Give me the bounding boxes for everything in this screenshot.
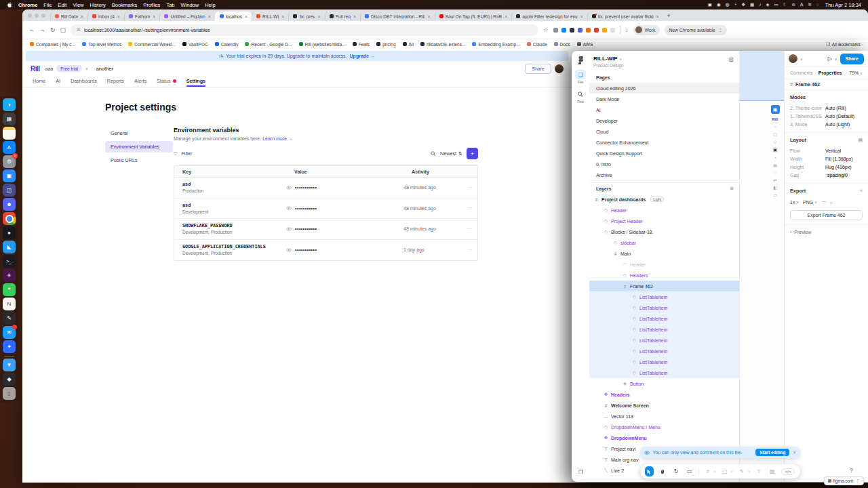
close-icon[interactable]: × xyxy=(793,450,795,455)
browser-tab[interactable]: Inbox (4 × xyxy=(87,12,124,21)
eye-icon[interactable] xyxy=(286,226,292,232)
file-name[interactable]: RILL-WIP ∨ xyxy=(593,56,732,62)
tab-close-icon[interactable]: × xyxy=(153,14,155,19)
env-var-row[interactable]: SNOWFLAKE_PASSWORD Development, Producti… xyxy=(174,219,477,240)
layer-row-Frame 462[interactable]: # Frame 462 xyxy=(589,281,739,291)
hand-tool[interactable] xyxy=(658,466,667,476)
chevron-down-icon[interactable]: ∨ xyxy=(800,57,803,61)
layer-row-ListTableItem[interactable]: ◇ ListTableItem xyxy=(589,346,739,357)
shape-tool[interactable]: ▢ xyxy=(720,466,730,476)
figma-share-button[interactable]: Share xyxy=(840,54,864,64)
eye-icon[interactable] xyxy=(286,185,292,190)
layer-row-Header[interactable]: ◇ Header xyxy=(589,259,739,270)
bookmark-item[interactable]: Embedding Examp... xyxy=(472,42,519,47)
rail-file-tab[interactable]: ❏ File xyxy=(575,70,586,84)
site-badge[interactable]: figma.com ⋮ xyxy=(824,476,864,485)
status-icon[interactable]: A xyxy=(800,2,803,7)
dock-item-slack[interactable]: ✳ xyxy=(3,269,16,282)
menu-item[interactable]: Bookmarks xyxy=(112,2,138,8)
bookmark-item[interactable]: Rill (websites/rillda... xyxy=(299,42,346,47)
row-menu-icon[interactable]: ⋯ xyxy=(467,247,479,253)
env-var-row[interactable]: asd Production ••••••••••• 48 minutes ag… xyxy=(174,178,477,199)
layer-row-ListTableItem[interactable]: ◇ ListTableItem xyxy=(589,302,739,313)
page-item[interactable]: AI xyxy=(589,104,739,115)
status-icon[interactable]: ≋ xyxy=(808,2,811,7)
start-editing-button[interactable]: Start editing xyxy=(755,449,789,456)
forward-icon[interactable]: → xyxy=(39,26,45,33)
all-bookmarks-button[interactable]: ❏ All Bookmarks xyxy=(826,41,861,47)
move-tool[interactable] xyxy=(645,466,654,476)
browser-tab[interactable]: Pull req × xyxy=(325,12,360,21)
layer-row-ListTableItem[interactable]: ◇ ListTableItem xyxy=(589,291,739,302)
page-item[interactable]: Connector Enhancement xyxy=(589,137,739,148)
tab-close-icon[interactable]: × xyxy=(427,14,430,19)
address-bar[interactable]: ⊙ localhost:3000/aaa/another/-/settings/… xyxy=(71,24,538,36)
browser-tab[interactable]: localhos × xyxy=(215,12,252,21)
eye-icon[interactable] xyxy=(286,205,292,211)
env-var-row[interactable]: asd Development ••••••••••• 48 minutes a… xyxy=(174,199,477,220)
chevron-down-icon[interactable]: ∨ xyxy=(620,57,623,61)
dock-item-app-store[interactable]: A xyxy=(3,141,16,154)
add-export-icon[interactable]: + xyxy=(860,188,863,193)
settings-nav-item[interactable]: Environment Variables xyxy=(105,141,173,152)
tab-close-icon[interactable]: × xyxy=(317,14,320,19)
export-more-icon[interactable]: ⋯ xyxy=(821,199,826,205)
status-icon[interactable]: ◌ xyxy=(816,2,819,7)
extension-icon[interactable] xyxy=(594,28,599,33)
tab-close-icon[interactable]: × xyxy=(81,14,83,19)
status-icon[interactable]: ◔ xyxy=(734,2,736,7)
dock-item-messages[interactable]: ❝ xyxy=(3,283,16,296)
layer-row-ListTableItem[interactable]: ◇ ListTableItem xyxy=(589,357,739,367)
status-icon[interactable]: ▭ xyxy=(774,2,778,7)
menu-item[interactable]: Help xyxy=(205,2,215,8)
layer-row-Button[interactable]: ◈ Button xyxy=(589,378,739,389)
tab-close-icon[interactable]: × xyxy=(245,14,248,19)
browser-tab[interactable]: apply Filter redesign for env × xyxy=(511,12,587,21)
tab-close-icon[interactable]: × xyxy=(505,14,507,19)
dock-item-pointer-app[interactable]: ✦ xyxy=(3,340,16,353)
project-nav-tab[interactable]: Dashboards xyxy=(71,78,97,87)
filter-button[interactable]: Filter xyxy=(181,150,192,157)
bookmark-item[interactable]: VaultPOC xyxy=(182,42,208,47)
bookmark-item[interactable]: rilldata/DE-extens... xyxy=(420,42,466,47)
browser-tab[interactable]: RILL-WI × xyxy=(252,12,288,21)
layer-row-ListTableItem[interactable]: ◇ ListTableItem xyxy=(589,313,739,324)
export-scale-select[interactable]: 1x ∨ xyxy=(790,200,799,205)
page-item[interactable]: Archive xyxy=(589,169,739,180)
profile-chip[interactable]: Work xyxy=(633,25,660,35)
bookmark-star-icon[interactable]: ☆ xyxy=(543,26,549,33)
dev-mode-toggle[interactable]: </> xyxy=(781,468,795,475)
menu-item[interactable]: Tab xyxy=(166,2,174,8)
dock-item-notes[interactable] xyxy=(3,127,16,140)
collaborator-avatar[interactable] xyxy=(789,54,797,63)
status-icon[interactable]: ▣ xyxy=(708,2,712,7)
search-icon[interactable] xyxy=(431,151,436,157)
row-menu-icon[interactable]: ⋯ xyxy=(467,205,479,211)
chrome-update-button[interactable]: New Chrome available ⋮ xyxy=(665,25,726,35)
status-icon[interactable]: ▦ xyxy=(750,2,754,7)
browser-tab[interactable]: fix: prevent user avatar flicki × xyxy=(587,12,663,21)
tab-close-icon[interactable]: × xyxy=(656,14,659,19)
tab-close-icon[interactable]: × xyxy=(208,14,211,19)
menu-app-name[interactable]: Chrome xyxy=(18,2,37,8)
eye-icon[interactable] xyxy=(286,247,292,253)
bookmark-item[interactable]: Docs xyxy=(554,42,570,47)
menu-clock[interactable]: Thu Apr 2 18:34 xyxy=(825,2,861,8)
project-name[interactable]: another xyxy=(96,66,113,72)
gap-token[interactable]: spacing/0 xyxy=(825,173,850,178)
dock-item-collaboration-app[interactable]: ◫ xyxy=(3,184,16,197)
dock-item-launchpad[interactable]: ▦ xyxy=(3,113,16,125)
org-name[interactable]: aaa xyxy=(45,66,54,71)
download-icon[interactable]: ↓ xyxy=(625,26,629,33)
row-menu-icon[interactable]: ⋯ xyxy=(467,226,479,232)
export-frame-button[interactable]: Export Frame 462 xyxy=(790,210,863,220)
tab-comments[interactable]: Comments xyxy=(790,70,813,75)
upgrade-link[interactable]: Upgrade → xyxy=(350,54,375,58)
zoom-level[interactable]: 79% ∨ xyxy=(849,70,863,75)
measure-tool[interactable]: ▭ xyxy=(685,466,694,476)
project-nav-tab[interactable]: AI xyxy=(56,78,60,87)
share-button[interactable]: Share xyxy=(525,64,551,74)
layer-row-ListTableItem[interactable]: ◇ ListTableItem xyxy=(589,324,739,335)
dock-item-system-settings[interactable]: ⚙ 1 xyxy=(3,155,16,168)
extension-icon[interactable] xyxy=(586,28,591,33)
